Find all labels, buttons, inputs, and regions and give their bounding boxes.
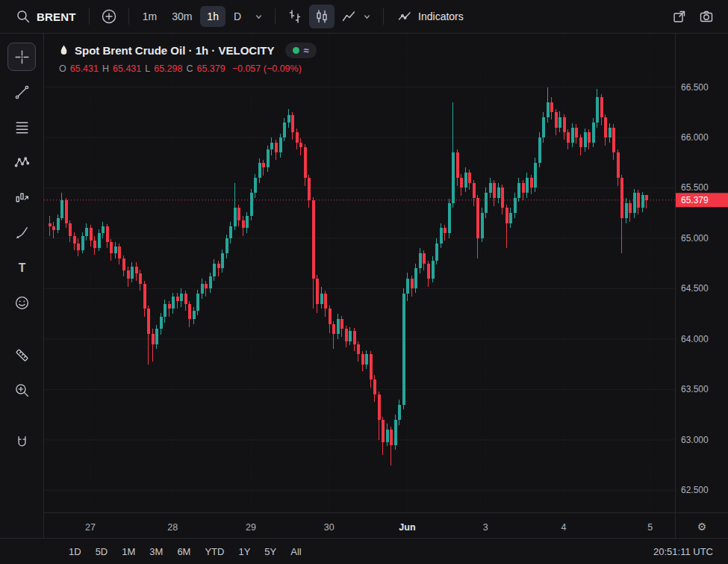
range-button-1d[interactable]: 1D (63, 543, 87, 560)
svg-text:T: T (18, 261, 25, 273)
low-label: L (145, 63, 150, 74)
ruler-tool-button[interactable] (7, 341, 36, 369)
range-button-all[interactable]: All (284, 543, 307, 560)
svg-text:29: 29 (246, 522, 256, 533)
chart-style-bars-button[interactable] (282, 4, 308, 28)
ohlc-bars-icon (287, 8, 303, 25)
indicators-button[interactable]: Indicators (391, 4, 470, 29)
bottom-toolbar: 1D 5D 1M 3M 6M YTD 1Y 5Y All 20:51:11 UT… (0, 538, 728, 564)
svg-text:Jun: Jun (399, 522, 415, 533)
emoji-tool-button[interactable] (7, 288, 36, 317)
candlestick-chart[interactable]: 66.50066.00065.50065.00064.50064.00063.5… (44, 34, 728, 539)
chevron-down-icon (362, 12, 372, 22)
emoji-icon (13, 294, 31, 312)
zoom-tool-button[interactable] (7, 376, 36, 404)
svg-text:66.500: 66.500 (681, 82, 709, 93)
time-axis[interactable]: 27282930Jun345⚙ (44, 513, 728, 533)
interval-button-30m[interactable]: 30m (165, 6, 199, 27)
high-value: 65.431 (113, 63, 141, 74)
crosshair-icon (13, 49, 31, 66)
svg-text:30: 30 (324, 522, 335, 533)
chart-legend: Spot Brent Crude Oil · 1h · VELOCITY ≈ O… (59, 43, 317, 74)
compare-add-button[interactable] (96, 4, 122, 28)
svg-text:65.000: 65.000 (681, 233, 709, 244)
toolbar-divider (383, 8, 384, 25)
data-status-pill[interactable]: ≈ (285, 43, 317, 58)
svg-text:62.500: 62.500 (681, 485, 709, 495)
range-button-3m[interactable]: 3M (143, 543, 169, 560)
search-icon (15, 8, 31, 25)
fib-retracement-icon (13, 119, 31, 136)
brush-tool-button[interactable] (7, 218, 36, 247)
area-chart-icon (340, 8, 357, 25)
market-status-dot (293, 47, 299, 54)
timezone-settings-gear-icon[interactable]: ⚙ (697, 521, 707, 533)
open-label: O (59, 63, 66, 74)
candles-icon (314, 8, 330, 25)
xabcd-pattern-icon (13, 154, 31, 171)
svg-text:4: 4 (561, 522, 566, 533)
interval-button-1h[interactable]: 1h (200, 6, 225, 27)
legend-title-row: Spot Brent Crude Oil · 1h · VELOCITY ≈ (59, 43, 317, 58)
ohlc-readout: O 65.431 H 65.431 L 65.298 C 65.379 −0.0… (59, 63, 317, 74)
change-value: −0.057 (−0.09%) (232, 63, 302, 74)
screenshot-button[interactable] (694, 4, 719, 28)
chart-style-candles-button[interactable] (309, 4, 335, 28)
close-label: C (186, 63, 193, 74)
range-button-1y[interactable]: 1Y (232, 543, 256, 560)
crosshair-tool-button[interactable] (7, 43, 36, 71)
range-button-6m[interactable]: 6M (171, 543, 196, 560)
price-axis[interactable]: 66.50066.00065.50065.00064.50064.00063.5… (676, 34, 728, 539)
chart-style-dropdown-button[interactable] (336, 4, 376, 28)
text-tool-button[interactable]: T (7, 253, 36, 282)
camera-icon (698, 8, 715, 25)
top-toolbar: BRENT 1m 30m 1h D (0, 0, 728, 34)
chart-area[interactable]: 66.50066.00065.50065.00064.50064.00063.5… (44, 34, 728, 538)
toolbar-divider (89, 8, 90, 25)
range-button-1m[interactable]: 1M (116, 543, 141, 560)
svg-text:63.500: 63.500 (681, 384, 709, 394)
forecast-tool-button[interactable] (7, 183, 36, 211)
timezone-clock[interactable]: 20:51:11 UTC (649, 545, 718, 558)
trendline-tool-button[interactable] (7, 78, 36, 106)
svg-text:27: 27 (85, 522, 96, 533)
symbol-name: BRENT (37, 10, 76, 23)
zoom-in-icon (13, 382, 31, 399)
high-label: H (102, 63, 109, 74)
share-icon (671, 8, 688, 25)
toolbar-divider (128, 8, 129, 25)
symbol-search-button[interactable]: BRENT (9, 4, 82, 29)
pattern-tool-button[interactable] (7, 148, 36, 176)
close-value: 65.379 (196, 63, 225, 74)
svg-text:28: 28 (167, 522, 178, 533)
approx-data-badge: ≈ (304, 46, 309, 55)
svg-text:3: 3 (483, 522, 488, 533)
interval-button-1d[interactable]: D (227, 6, 248, 27)
toolbar-divider (275, 8, 276, 25)
svg-text:5: 5 (647, 522, 653, 533)
indicators-icon (396, 8, 413, 25)
intervals-dropdown-button[interactable] (249, 8, 268, 25)
forecast-icon (13, 189, 31, 206)
svg-text:63.000: 63.000 (681, 435, 709, 445)
drawing-toolbar: T (0, 34, 44, 538)
plus-circle-icon (101, 8, 117, 25)
range-button-5d[interactable]: 5D (90, 543, 114, 560)
low-value: 65.298 (154, 63, 182, 74)
date-range-group: 1D 5D 1M 3M 6M YTD 1Y 5Y All (63, 543, 649, 560)
svg-text:66.000: 66.000 (681, 132, 709, 143)
indicators-label: Indicators (418, 10, 464, 22)
oil-drop-icon (59, 44, 69, 57)
svg-text:65.500: 65.500 (681, 182, 709, 193)
share-button[interactable] (667, 4, 692, 28)
fib-retracement-tool-button[interactable] (7, 113, 36, 141)
magnet-tool-button[interactable] (7, 428, 36, 456)
range-button-ytd[interactable]: YTD (199, 543, 230, 560)
magnet-icon (13, 434, 31, 451)
main-body: T (0, 34, 728, 538)
candles-layer (49, 87, 648, 465)
svg-text:64.500: 64.500 (681, 283, 709, 294)
interval-button-1m[interactable]: 1m (136, 6, 164, 27)
trendline-icon (13, 84, 31, 101)
range-button-5y[interactable]: 5Y (258, 543, 282, 560)
